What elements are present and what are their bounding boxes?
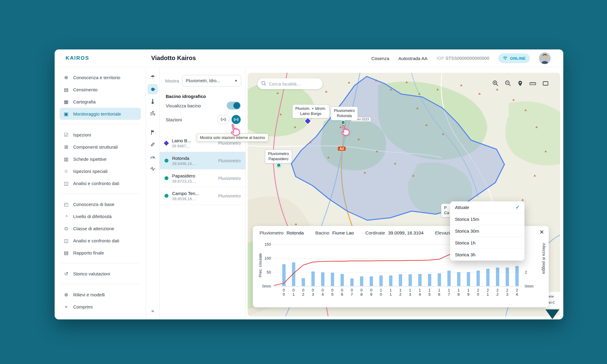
sidebar-divider: [61, 284, 140, 284]
location-pin-icon[interactable]: [517, 80, 523, 88]
sidebar-item-storico-valutazioni[interactable]: ↺Storico valutazioni: [59, 268, 141, 280]
zoom-in-icon[interactable]: [492, 80, 499, 88]
sidebar-item-conoscenza-e-territorio[interactable]: ⊕Conoscenza e territorio: [59, 71, 141, 83]
station-row-papasidero[interactable]: Papasidero39.8723,15.... Pluviometro: [160, 170, 246, 187]
sidebar-item-ispezioni-speciali[interactable]: ☆Ispezioni speciali: [59, 165, 141, 177]
station-row-rotonda[interactable]: Rotonda39.9498,16.... Pluviometro: [160, 152, 246, 170]
chart-header: PluviometroRotonda BacinoFiume Lao Cordi…: [259, 230, 457, 235]
precipitation-bar: [467, 272, 470, 286]
sidebar-item-label: Classe di attenzione: [73, 226, 114, 231]
sidebar-item-classe-di-attenzione[interactable]: ⊙Classe di attenzione: [59, 222, 141, 234]
sidebar-item-censimento[interactable]: ▤Censimento: [59, 83, 141, 96]
map-label-rotonda[interactable]: PluviometroRotonda: [331, 106, 358, 120]
y-axis-label-right: Altezza di pioggia: [542, 243, 546, 274]
page-title: Viadotto Kairos: [151, 55, 196, 62]
precipitation-bar: [302, 278, 305, 286]
map-marker-papasidero[interactable]: [276, 163, 281, 167]
zoom-out-icon[interactable]: [505, 80, 511, 88]
x-tick-label: 19: [466, 288, 471, 297]
sidebar-item-livello-di-difettosita[interactable]: ◔Livello di difettosità: [59, 210, 141, 222]
sidebar-item-rilievi-e-modelli[interactable]: ⊗Storico valutazioniRilievi e modelli: [59, 288, 141, 301]
sidebar-item-label: Analisi e confronto dati: [73, 181, 119, 186]
sidebar-collapse-button[interactable]: «Comprimi: [59, 301, 141, 313]
sidebar-item-label: Rilievi e modelli: [73, 292, 105, 297]
sidebar-divider: [61, 194, 140, 194]
menu-item-storica-15m[interactable]: Storica 15m: [450, 213, 524, 225]
sidebar-item-cartografia[interactable]: ▦Cartografia: [59, 96, 141, 108]
structural-components-icon: ⊞: [63, 144, 69, 150]
x-tick-label: 04: [320, 288, 325, 297]
map-label-laino-borgo[interactable]: Pluviom. + Idrom.Laino Borgo: [292, 104, 329, 118]
wind-icon[interactable]: [148, 108, 158, 119]
expand-icon[interactable]: »: [151, 308, 154, 314]
x-tick-label: 07: [349, 288, 354, 297]
station-coords: 39.8723,15....: [172, 179, 215, 184]
sidebar-item-monitoraggio-territoriale[interactable]: ▣Monitoraggio territoriale: [59, 108, 141, 120]
menu-item-storica-3h[interactable]: Storica 3h: [450, 249, 524, 261]
gauge-icon[interactable]: [148, 151, 158, 162]
menu-item-attuale[interactable]: Attuale✓: [450, 201, 524, 213]
sidebar-item-label: Componenti strutturali: [73, 144, 118, 150]
sidebar-item-analisi-e-confronto-dati-2[interactable]: ◫Analisi e confronto dati: [59, 234, 141, 247]
waveform-icon[interactable]: [148, 163, 158, 174]
sidebar-item-label: Rapporto finale: [73, 250, 104, 255]
menu-item-storica-1h[interactable]: Storica 1h: [450, 237, 524, 249]
sidebar-item-label: Censimento: [73, 87, 97, 92]
x-tick-label: 14: [417, 288, 422, 297]
sidebar-item-label: Conoscenza di base: [73, 202, 114, 207]
toggle-knob: [233, 102, 240, 109]
map-search-box: [257, 78, 323, 89]
station-name: Papasidero: [172, 173, 215, 178]
close-icon[interactable]: ×: [540, 228, 544, 236]
sidebar-item-label: Ispezioni speciali: [73, 169, 107, 174]
circle-marker-icon: [164, 194, 168, 198]
station-type: Pluviometro: [218, 194, 241, 198]
sensor-filter-select[interactable]: Pluviometri, Idro... ▼: [182, 75, 241, 86]
rain-gauge-icon[interactable]: ☂: [148, 72, 158, 82]
sidebar-item-label: Monitoraggio territoriale: [73, 111, 121, 116]
station-coords: 39.8539,16....: [172, 197, 215, 201]
data-analysis-chart-icon: ◫: [63, 180, 69, 186]
menu-item-storica-30m[interactable]: Storica 30m: [450, 225, 524, 237]
ruler-icon[interactable]: [529, 80, 536, 88]
rectangle-select-icon[interactable]: [542, 80, 549, 88]
mostra-label: Mostra: [165, 78, 179, 83]
search-input[interactable]: [269, 81, 317, 86]
avatar[interactable]: [539, 52, 551, 64]
stazioni-label: Stazioni: [166, 117, 182, 122]
visualizza-bacino-toggle[interactable]: [227, 102, 241, 110]
x-tick-label: 21: [485, 288, 490, 297]
x-tick-label: 17: [446, 288, 451, 297]
x-tick-label: 12: [398, 288, 403, 297]
station-coords: 39.9498,16....: [172, 161, 215, 166]
precipitation-bar: [506, 268, 509, 286]
sidebar-item-schede-ispettive[interactable]: ▥Schede ispettive: [59, 153, 141, 165]
station-list: Laino B...39.9487,... Pluviometro Rotond…: [160, 134, 246, 205]
precipitation-bar: [515, 266, 519, 286]
precipitation-bar: [331, 273, 334, 286]
thermometer-icon[interactable]: [148, 96, 158, 106]
y-tick: 100: [259, 256, 271, 261]
flag-icon[interactable]: [148, 127, 158, 137]
stations-panel: Mostra Pluviometri, Idro... ▼ Bacino idr…: [160, 67, 246, 319]
precipitation-bar: [476, 271, 480, 286]
final-report-icon: ▤: [63, 250, 69, 256]
y-axis-label-left: Prec. cmulate: [258, 247, 263, 284]
sidebar-item-label: Analisi e confronto dati: [73, 238, 119, 243]
station-row-campo-tenese[interactable]: Campo Ten...39.8539,16.... Pluviometro: [160, 187, 246, 205]
precipitation-bar: [311, 271, 315, 286]
droplet-icon[interactable]: [148, 84, 158, 94]
x-tick-label: 02: [301, 288, 306, 297]
sidebar-item-conoscenza-di-base[interactable]: ◰Conoscenza di base: [59, 198, 141, 210]
status-badge: ONLINE: [498, 53, 530, 63]
measure-icon[interactable]: [148, 139, 158, 150]
sidebar-item-rapporto-finale[interactable]: ▤Rapporto finale: [59, 247, 141, 259]
precipitation-bar: [321, 272, 324, 286]
sidebar-item-componenti-strutturali[interactable]: ⊞Componenti strutturali: [59, 141, 141, 153]
sidebar-divider: [61, 263, 140, 263]
sidebar-item-analisi-e-confronto-dati-1[interactable]: ◫Analisi e confronto dati: [59, 177, 141, 189]
sidebar-item-ispezioni[interactable]: ☑Ispezioni: [59, 129, 141, 141]
map-label-papasidero[interactable]: PluviometroPapasidero: [265, 150, 292, 163]
header-right: Cosenza Autostrada AA IOP STSS0000000000…: [371, 49, 551, 67]
station-broadcast-button[interactable]: [218, 115, 229, 124]
